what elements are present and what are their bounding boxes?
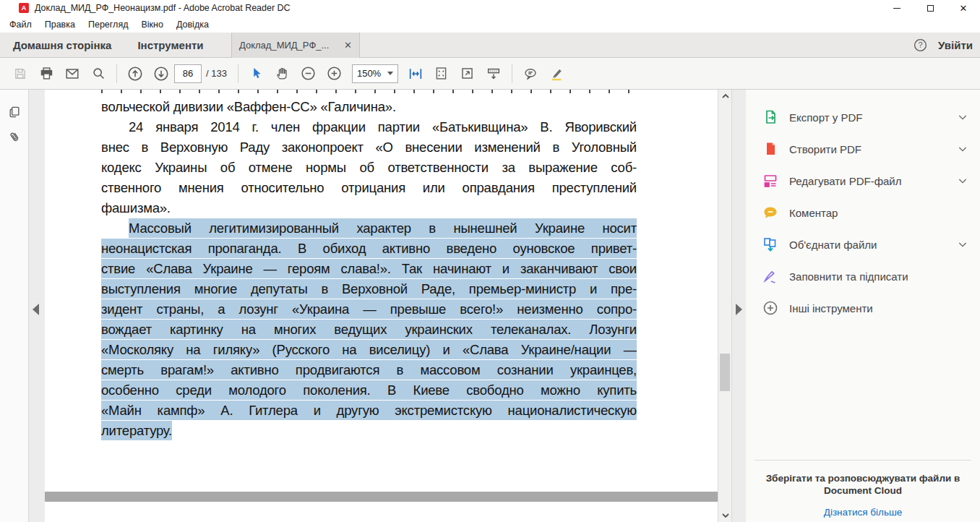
sidebar-item-combine-files[interactable]: Об'єднати файли: [746, 228, 980, 260]
document-line: внес в Верховную Раду законопроект «О вн…: [101, 137, 637, 158]
menu-item-2[interactable]: Перегляд: [82, 17, 134, 32]
maximize-button[interactable]: [914, 0, 947, 16]
acrobat-app-icon: A: [19, 3, 29, 13]
fill-sign-icon: [762, 268, 779, 285]
select-tool-icon[interactable]: [244, 61, 270, 86]
page-text: вольческой дивизии «Ваффен-СС» «Галичина…: [101, 97, 637, 441]
fit-page-icon[interactable]: [429, 61, 455, 86]
document-line-selected: литературу.: [101, 421, 637, 441]
menu-bar: ФайлПравкаПереглядВікноДовідка: [0, 16, 980, 33]
title-bar: A Доклад_МИД_РФ_Неонацизм.pdf - Adobe Ac…: [0, 0, 980, 16]
sidebar-item-export-pdf[interactable]: Експорт у PDF: [746, 101, 980, 133]
scrollbar-thumb[interactable]: [720, 354, 730, 391]
sidebar-item-label: Інші інструменти: [789, 302, 873, 315]
document-line: 24 января 2014 г. член фракции партии «Б…: [101, 117, 637, 137]
main-area: вольческой дивизии «Ваффен-СС» «Галичина…: [0, 90, 980, 522]
document-line-selected: особенно среди молодого поколения. В Кие…: [101, 380, 637, 401]
page-number-input[interactable]: [174, 64, 202, 83]
document-line: кодекс Украины об отмене нормы об ответс…: [101, 158, 637, 178]
tab-document[interactable]: Доклад_МИД_РФ_... ✕: [231, 33, 360, 58]
menu-item-4[interactable]: Довідка: [170, 17, 215, 32]
more-tools-icon: [762, 299, 779, 317]
tab-home[interactable]: Домашня сторінка: [0, 39, 124, 51]
sidebar-item-label: Експорт у PDF: [789, 111, 862, 124]
svg-text:?: ?: [919, 40, 923, 49]
tab-document-label: Доклад_МИД_РФ_...: [239, 40, 329, 51]
tab-bar: Домашня сторінка Інструменти Доклад_МИД_…: [0, 33, 980, 58]
highlight-tool-icon[interactable]: [543, 61, 569, 86]
sidebar-item-comment[interactable]: Коментар: [746, 197, 980, 228]
attachments-icon[interactable]: [0, 124, 29, 149]
export-pdf-icon: [762, 108, 779, 126]
previous-page-strip[interactable]: [29, 90, 45, 522]
zoom-level-value: 150%: [357, 68, 381, 79]
page-thumbnails-icon[interactable]: [0, 100, 29, 124]
chevron-down-icon: [387, 72, 393, 75]
presentation-mode-icon[interactable]: [481, 61, 507, 86]
document-line-selected: выступления многие депутаты в Верховной …: [101, 279, 637, 299]
sidebar-item-label: Заповнити та підписати: [789, 270, 908, 283]
document-cloud-promo: Зберігати та розповсюджувати файли в Doc…: [755, 460, 971, 518]
vertical-scrollbar[interactable]: [718, 90, 732, 522]
sign-in-button[interactable]: Увійти: [938, 39, 973, 51]
menu-item-3[interactable]: Вікно: [134, 17, 169, 32]
next-page-arrow-icon[interactable]: [736, 304, 742, 315]
menu-item-1[interactable]: Правка: [38, 17, 82, 32]
document-line-selected: ствие «Слава Украине — героям слава!». Т…: [101, 259, 637, 279]
previous-page-icon[interactable]: [122, 61, 148, 86]
comment-tool-icon[interactable]: [517, 61, 543, 86]
document-line: фашизма».: [101, 198, 637, 218]
document-line-selected: Массовый легитимизированный характер в н…: [101, 218, 637, 239]
chevron-down-icon[interactable]: [957, 111, 968, 123]
sidebar-item-create-pdf[interactable]: Створити PDF: [746, 133, 980, 165]
edit-pdf-icon: [762, 172, 779, 189]
sidebar-item-label: Створити PDF: [789, 143, 861, 155]
next-page-icon[interactable]: [148, 61, 174, 86]
chevron-down-icon[interactable]: [957, 239, 968, 250]
document-line-selected: вождает картинку на многих ведущих украи…: [101, 320, 637, 340]
document-line-selected: неонацистская пропаганда. В обиход актив…: [101, 239, 637, 259]
sidebar-item-label: Коментар: [789, 207, 838, 219]
document-line-selected: «Майн кампф» А. Гитлера и другую экстрем…: [101, 401, 637, 421]
zoom-out-icon[interactable]: [296, 61, 322, 86]
sidebar-item-fill-sign[interactable]: Заповнити та підписати: [746, 260, 980, 292]
fullscreen-icon[interactable]: [455, 61, 481, 86]
chevron-down-icon[interactable]: [957, 143, 968, 155]
main-toolbar: / 133 150%: [0, 58, 980, 90]
sidebar-item-label: Об'єднати файли: [789, 239, 877, 251]
zoom-in-icon[interactable]: [322, 61, 348, 86]
save-icon[interactable]: [7, 61, 33, 86]
sidebar-item-label: Редагувати PDF-файл: [789, 175, 901, 187]
page-total-label: / 133: [206, 68, 227, 79]
minimize-button[interactable]: [880, 0, 914, 16]
search-icon[interactable]: [85, 61, 111, 86]
clipped-text-line: [101, 90, 637, 93]
print-icon[interactable]: [33, 61, 59, 86]
learn-more-link[interactable]: Дізнатися більше: [824, 507, 903, 518]
promo-title-line2: Document Cloud: [755, 484, 971, 497]
email-icon[interactable]: [59, 61, 85, 86]
document-line-selected: «Москоляку на гиляку» (Русского на висел…: [101, 340, 637, 360]
scroll-down-icon[interactable]: [721, 512, 730, 519]
chevron-down-icon[interactable]: [957, 175, 968, 187]
tab-close-icon[interactable]: ✕: [344, 40, 352, 51]
sidebar-item-more-tools[interactable]: Інші інструменти: [746, 292, 980, 324]
document-line-selected: зидент страны, а лозунг «Украина — превы…: [101, 299, 637, 320]
create-pdf-icon: [762, 140, 779, 158]
window-title: Доклад_МИД_РФ_Неонацизм.pdf - Adobe Acro…: [35, 3, 291, 13]
tools-pane: Експорт у PDFСтворити PDFРедагувати PDF-…: [746, 90, 980, 522]
hand-tool-icon[interactable]: [270, 61, 296, 86]
document-line-selected: смерть врагам!» активно продвигаются в м…: [101, 360, 637, 380]
tab-tools[interactable]: Інструменти: [124, 39, 216, 51]
fit-width-icon[interactable]: [403, 61, 429, 86]
menu-item-0[interactable]: Файл: [3, 17, 38, 32]
next-page-strip[interactable]: [732, 90, 746, 522]
sidebar-item-edit-pdf[interactable]: Редагувати PDF-файл: [746, 165, 980, 197]
help-icon[interactable]: ?: [913, 38, 928, 53]
scroll-up-icon[interactable]: [721, 93, 730, 100]
promo-title-line1: Зберігати та розповсюджувати файли в: [755, 472, 971, 484]
prev-page-arrow-icon[interactable]: [33, 304, 39, 315]
zoom-level-dropdown[interactable]: 150%: [352, 64, 398, 83]
document-page[interactable]: вольческой дивизии «Ваффен-СС» «Галичина…: [45, 90, 718, 522]
close-button[interactable]: ✕: [947, 0, 980, 16]
